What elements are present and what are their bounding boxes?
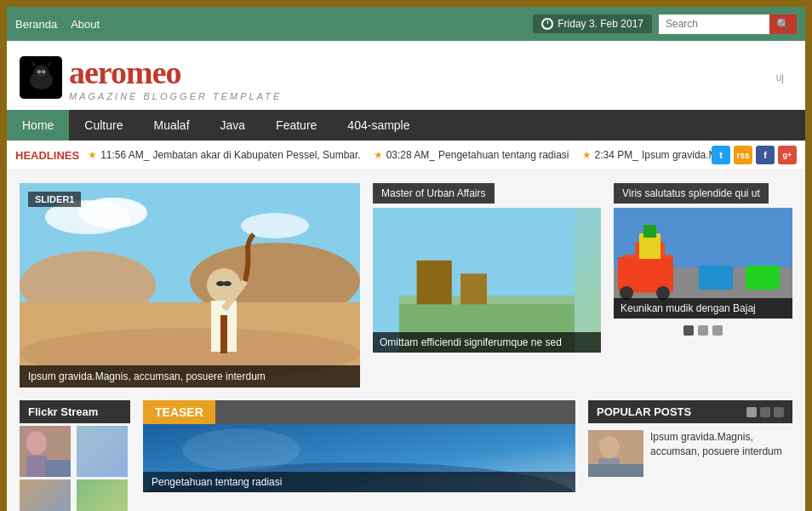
topbar-nav: Beranda About xyxy=(15,18,100,31)
middle-card-caption: Omittam efficiendi signiferumque ne sed xyxy=(373,332,601,353)
nav-mualaf[interactable]: Mualaf xyxy=(139,110,205,141)
right-cards: Viris salutatus splendide qui ut xyxy=(614,183,792,388)
svg-rect-38 xyxy=(746,266,780,290)
star-icon-3: ★ xyxy=(582,149,592,161)
slider-main: SLIDER1 xyxy=(20,183,360,388)
svg-rect-42 xyxy=(45,460,71,477)
svg-marker-2 xyxy=(30,60,35,66)
logo-title: aeromeo xyxy=(69,54,282,91)
slider-dots xyxy=(614,325,792,336)
right-card-caption: Keunikan mudik dengan Bajaj xyxy=(614,298,792,319)
slider-caption-text: Ipsum gravida.Magnis, accumsan, posuere … xyxy=(28,370,266,382)
headline-item-1: ★ 11:56 AM_ Jembatan akar di Kabupaten P… xyxy=(88,149,361,161)
slider-section: SLIDER1 xyxy=(20,183,360,388)
date-text: Friday 3. Feb 2017 xyxy=(558,18,643,30)
headline-text-3: Ipsum gravida.Mag xyxy=(642,149,712,161)
flickr-img-3[interactable] xyxy=(20,479,71,511)
star-icon-2: ★ xyxy=(374,149,383,161)
logo-area: aeromeo MAGAZINE BLOGGER TEMPLATE xyxy=(20,54,282,101)
teaser-label: TEASER xyxy=(143,400,215,424)
right-card-1: Viris salutatus splendide qui ut xyxy=(614,183,792,336)
headline-text-1: Jembatan akar di Kabupaten Pessel, Sumba… xyxy=(153,149,361,161)
flickr-widget: Flickr Stream xyxy=(20,400,130,511)
popular-widget: POPULAR POSTS Ipsum gravida.Magnis, xyxy=(588,400,792,511)
dot-2[interactable] xyxy=(698,325,708,336)
svg-rect-49 xyxy=(588,464,643,477)
nav-java[interactable]: Java xyxy=(205,110,261,141)
clock-icon xyxy=(541,18,553,30)
dot-3[interactable] xyxy=(712,325,723,336)
topbar-nav-beranda[interactable]: Beranda xyxy=(15,18,57,31)
rss-icon[interactable]: rss xyxy=(734,146,752,164)
svg-rect-41 xyxy=(26,456,47,477)
svg-rect-32 xyxy=(618,257,673,291)
headline-time-2: 03:28 AM_ xyxy=(386,149,435,161)
dot-1[interactable] xyxy=(683,325,694,336)
nav-culture[interactable]: Culture xyxy=(69,110,138,141)
slider-caption: Ipsum gravida.Magnis, accumsan, posuere … xyxy=(20,365,360,388)
teaser-content: Pengetahuan tentang radiasi xyxy=(143,424,575,492)
popular-dot-1[interactable] xyxy=(746,407,757,417)
teaser-widget: TEASER Pengetahuan tentang radiasi xyxy=(143,400,575,511)
facebook-icon[interactable]: f xyxy=(756,146,775,164)
flickr-img-1[interactable] xyxy=(20,426,71,477)
svg-marker-3 xyxy=(46,60,51,66)
middle-card-1: Master of Urban Affairs Omittam efficien… xyxy=(373,183,601,353)
headline-item-2: ★ 03:28 AM_ Pengetahuan tentang radiasi xyxy=(374,149,569,161)
logo-cat-icon xyxy=(20,56,62,99)
topbar-right: Friday 3. Feb 2017 🔍 xyxy=(533,14,797,34)
svg-point-7 xyxy=(37,71,39,72)
headlines-bar: HEADLINES ★ 11:56 AM_ Jembatan akar di K… xyxy=(7,141,805,170)
content-area: SLIDER1 xyxy=(7,170,805,400)
svg-rect-37 xyxy=(699,266,733,290)
bottom-section: Flickr Stream TEASER xyxy=(7,400,805,511)
header: aeromeo MAGAZINE BLOGGER TEMPLATE uj xyxy=(7,41,805,110)
svg-point-45 xyxy=(182,428,300,471)
main-nav: Home Culture Mualaf Java Feature 404-sam… xyxy=(7,110,805,141)
gplus-icon[interactable]: g+ xyxy=(778,146,797,164)
nav-home[interactable]: Home xyxy=(7,110,69,141)
slider-label: SLIDER1 xyxy=(28,192,81,207)
svg-point-8 xyxy=(43,71,44,72)
teaser-caption: Pengetahuan tentang radiasi xyxy=(143,472,575,492)
search-input[interactable] xyxy=(659,14,769,34)
popular-item-text: Ipsum gravida.Magnis, accumsan, posuere … xyxy=(650,430,792,459)
svg-point-11 xyxy=(79,198,147,228)
popular-header: POPULAR POSTS xyxy=(588,400,792,423)
middle-card-image: Omittam efficiendi signiferumque ne sed xyxy=(373,208,601,353)
flickr-title: Flickr Stream xyxy=(20,400,130,423)
topbar-nav-about[interactable]: About xyxy=(71,18,100,31)
popular-posts-title: POPULAR POSTS xyxy=(597,405,691,418)
svg-point-47 xyxy=(599,436,620,458)
search-bar: 🔍 xyxy=(659,14,797,34)
headline-time-1: 11:56 AM_ xyxy=(100,149,149,161)
logo-text: aeromeo MAGAZINE BLOGGER TEMPLATE xyxy=(69,54,282,101)
logo-subtitle: MAGAZINE BLOGGER TEMPLATE xyxy=(69,91,282,101)
social-icons: t rss f g+ xyxy=(712,146,797,164)
middle-cards: Master of Urban Affairs Omittam efficien… xyxy=(373,183,601,388)
star-icon-1: ★ xyxy=(88,149,97,161)
nav-feature[interactable]: Feature xyxy=(260,110,332,141)
svg-rect-34 xyxy=(643,225,656,238)
headlines-items: ★ 11:56 AM_ Jembatan akar di Kabupaten P… xyxy=(88,149,712,161)
search-button[interactable]: 🔍 xyxy=(769,14,797,34)
popular-dot-3[interactable] xyxy=(774,407,784,417)
headlines-label: HEADLINES xyxy=(15,149,79,162)
teaser-header-bar: TEASER xyxy=(143,400,575,424)
topbar: Beranda About Friday 3. Feb 2017 🔍 xyxy=(7,7,805,41)
nav-404sample[interactable]: 404-sample xyxy=(332,110,425,141)
header-uj: uj xyxy=(776,72,792,83)
right-card-image: Keunikan mudik dengan Bajaj xyxy=(614,208,792,319)
headline-time-3: 2:34 PM_ xyxy=(595,149,638,161)
headline-item-3: ★ 2:34 PM_ Ipsum gravida.Mag xyxy=(582,149,712,161)
flickr-images xyxy=(20,426,130,511)
popular-item-1: Ipsum gravida.Magnis, accumsan, posuere … xyxy=(588,430,792,477)
headline-text-2: Pengetahuan tentang radiasi xyxy=(438,149,569,161)
middle-card-title: Master of Urban Affairs xyxy=(373,183,495,204)
svg-point-22 xyxy=(223,281,232,286)
popular-thumb-1 xyxy=(588,430,643,477)
flickr-img-4[interactable] xyxy=(77,479,128,511)
twitter-icon[interactable]: t xyxy=(712,146,730,164)
popular-dot-2[interactable] xyxy=(760,407,770,417)
flickr-img-2[interactable] xyxy=(77,426,128,477)
